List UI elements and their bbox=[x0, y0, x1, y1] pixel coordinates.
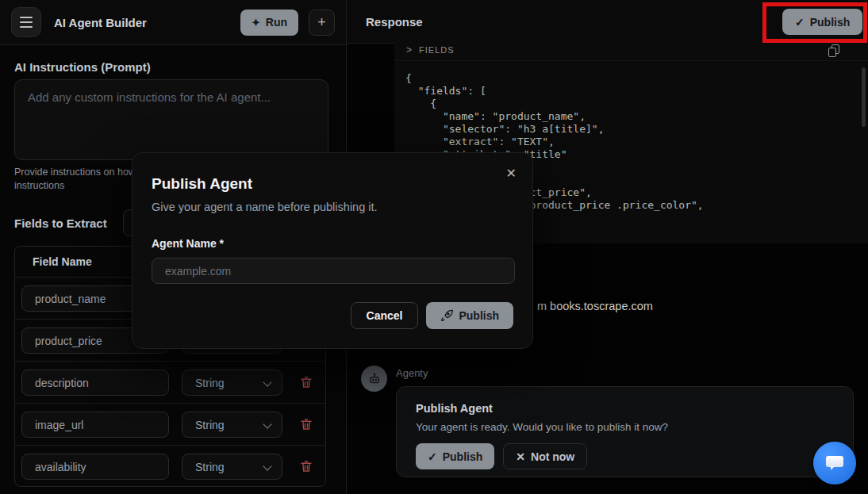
code-line: "fields": [ bbox=[405, 85, 704, 98]
avatar bbox=[361, 366, 387, 392]
check-icon: ✓ bbox=[428, 450, 437, 463]
code-line: "name": "product_name", bbox=[405, 110, 704, 123]
chat-bubble-icon bbox=[824, 454, 845, 473]
publish-button-label: Publish bbox=[810, 16, 851, 29]
close-icon[interactable]: ✕ bbox=[506, 166, 517, 181]
response-header: Response ✓ Publish bbox=[347, 0, 868, 44]
table-row: availabilityString bbox=[15, 446, 325, 487]
modal-publish-button[interactable]: Publish bbox=[426, 302, 513, 329]
publish-button[interactable]: ✓ Publish bbox=[782, 9, 862, 35]
field-type-dropdown[interactable]: String bbox=[182, 370, 282, 396]
run-button-label: Run bbox=[266, 16, 287, 29]
not-now-button[interactable]: ✕ Not now bbox=[503, 443, 587, 469]
code-line: { bbox=[405, 72, 704, 85]
add-button[interactable]: + bbox=[309, 10, 335, 36]
delete-field-trash-icon[interactable] bbox=[299, 375, 315, 391]
card-publish-button[interactable]: ✓ Publish bbox=[416, 443, 494, 469]
agent-sender-label: Agenty bbox=[396, 367, 428, 379]
chevron-down-icon bbox=[263, 377, 271, 386]
field-type-dropdown[interactable]: String bbox=[182, 454, 282, 480]
page-title: AI Agent Builder bbox=[54, 16, 147, 29]
agent-name-label: Agent Name * bbox=[152, 237, 513, 250]
table-row: descriptionString bbox=[15, 362, 325, 404]
field-type-value: String bbox=[195, 461, 225, 473]
code-line: "extract": "TEXT", bbox=[405, 136, 704, 148]
not-now-label: Not now bbox=[531, 450, 574, 463]
field-type-value: String bbox=[195, 419, 225, 431]
fields-collapsible-bar[interactable]: > FIELDS bbox=[394, 40, 868, 61]
chat-widget-button[interactable] bbox=[813, 442, 856, 484]
response-text-fragment: m books.toscrape.com bbox=[537, 300, 653, 312]
sparkles-icon: ✦ bbox=[252, 17, 260, 28]
fields-section-label: FIELDS bbox=[419, 45, 455, 55]
field-name-input[interactable]: availability bbox=[21, 454, 169, 480]
publish-prompt-card: Publish Agent Your agent is ready. Would… bbox=[396, 386, 854, 477]
menu-button[interactable] bbox=[11, 7, 41, 37]
run-button[interactable]: ✦ Run bbox=[240, 10, 298, 36]
code-scrollbar[interactable] bbox=[862, 67, 866, 127]
table-row: image_urlString bbox=[15, 404, 325, 446]
modal-title: Publish Agent bbox=[152, 175, 513, 193]
card-body: Your agent is ready. Would you like to p… bbox=[416, 421, 834, 433]
publish-agent-modal: ✕ Publish Agent Give your agent a name b… bbox=[132, 152, 533, 349]
instructions-help-text: Provide instructions on how instructions bbox=[14, 166, 141, 193]
instructions-placeholder: Add any custom instructions for the AI a… bbox=[28, 90, 271, 104]
rocket-icon bbox=[440, 309, 453, 322]
robot-icon bbox=[367, 372, 382, 386]
field-name-input[interactable]: description bbox=[21, 370, 169, 396]
card-publish-label: Publish bbox=[443, 450, 483, 463]
response-title: Response bbox=[366, 15, 423, 29]
instructions-heading: AI Instructions (Prompt) bbox=[14, 60, 151, 74]
ai-agent-builder-app: AI Agent Builder ✦ Run + AI Instructions… bbox=[0, 0, 868, 494]
chevron-down-icon bbox=[263, 419, 271, 428]
chevron-down-icon bbox=[263, 461, 271, 470]
modal-publish-label: Publish bbox=[459, 309, 499, 322]
check-icon: ✓ bbox=[795, 16, 805, 29]
field-type-value: String bbox=[195, 377, 225, 389]
agent-name-input[interactable] bbox=[152, 258, 515, 284]
builder-header: AI Agent Builder ✦ Run + bbox=[0, 0, 346, 45]
card-title: Publish Agent bbox=[416, 402, 834, 415]
chevron-right-icon: > bbox=[406, 44, 412, 56]
delete-field-trash-icon[interactable] bbox=[299, 417, 315, 433]
copy-icon[interactable] bbox=[828, 44, 841, 57]
cancel-button[interactable]: Cancel bbox=[351, 302, 419, 329]
hamburger-icon bbox=[20, 17, 33, 18]
modal-description: Give your agent a name before publishing… bbox=[152, 201, 513, 213]
x-icon: ✕ bbox=[516, 450, 525, 463]
instructions-textarea[interactable]: Add any custom instructions for the AI a… bbox=[14, 79, 328, 160]
code-line: { bbox=[405, 98, 704, 110]
field-type-dropdown[interactable]: String bbox=[182, 412, 282, 438]
fields-heading: Fields to Extract bbox=[14, 216, 107, 230]
delete-field-trash-icon[interactable] bbox=[299, 459, 315, 475]
code-line: "selector": "h3 a[title]", bbox=[405, 123, 704, 136]
field-name-input[interactable]: image_url bbox=[21, 412, 169, 438]
